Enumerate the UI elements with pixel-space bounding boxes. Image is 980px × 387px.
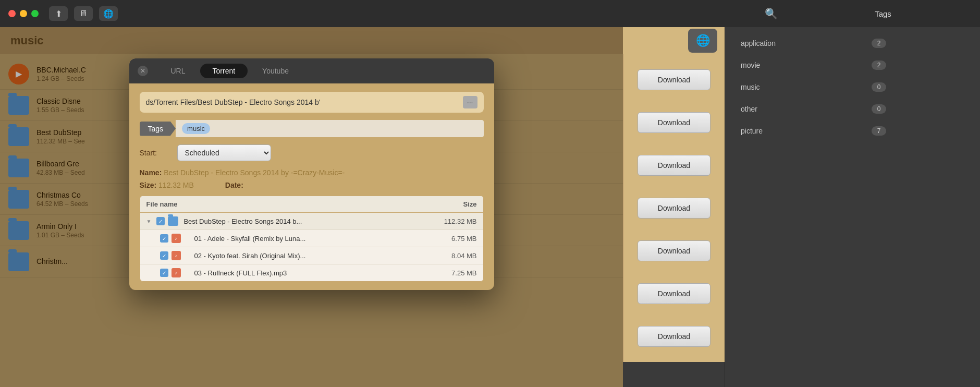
tag-count: 7 (872, 126, 886, 136)
download-button-1[interactable]: Download (638, 69, 710, 90)
modal-body: ··· Tags music Start: Scheduled (129, 83, 494, 290)
download-slot-3: Download (631, 145, 717, 186)
row-filesize: 8.04 MB (425, 252, 477, 260)
modal-overlay: ✕ URL Torrent Youtube ··· (0, 27, 623, 387)
start-select[interactable]: Scheduled Immediately Manually (177, 144, 271, 161)
url-more-button[interactable]: ··· (463, 96, 477, 108)
upload-button[interactable]: ⬆ (49, 6, 68, 21)
browser-icon-area: 🌐 (623, 27, 725, 54)
tags-row: Tags music (140, 120, 484, 137)
col-size-header: Size (425, 200, 477, 208)
tag-item-music[interactable]: music 0 (736, 79, 891, 95)
download-slot-2: Download (631, 102, 717, 143)
tag-badge-music: music (182, 123, 210, 134)
modal-close-button[interactable]: ✕ (138, 66, 148, 76)
search-icon[interactable]: 🔍 (765, 7, 778, 20)
row-filesize: 7.25 MB (425, 269, 477, 277)
tag-count: 2 (872, 61, 886, 70)
row-checkbox[interactable]: ✓ (160, 269, 168, 277)
browser-icon-button[interactable]: 🌐 (688, 29, 717, 53)
download-button-5[interactable]: Download (638, 240, 710, 261)
download-panel: Download Download Download Download Down… (623, 54, 725, 362)
music-icon: ♪ (172, 251, 181, 260)
download-slot-6: Download (631, 273, 717, 314)
download-button-2[interactable]: Download (638, 112, 710, 133)
row-filename: 02 - Kyoto feat. Sirah (Original Mix)... (194, 252, 422, 260)
url-input[interactable] (146, 98, 459, 106)
tag-label: other (741, 105, 866, 113)
expand-icon: ▼ (146, 219, 152, 224)
tag-item-picture[interactable]: picture 7 (736, 123, 891, 139)
download-slot-7: Download (631, 316, 717, 357)
hdd-button[interactable]: 🖥 (74, 6, 93, 21)
tag-label: application (741, 39, 866, 47)
tag-count: 2 (872, 39, 886, 48)
date-item: Date: (225, 181, 243, 189)
globe-button[interactable]: 🌐 (99, 6, 118, 21)
tab-url[interactable]: URL (158, 64, 198, 78)
download-slot-1: Download (631, 59, 717, 100)
download-column: 🌐 Download Download Download Download Do… (623, 27, 725, 387)
maximize-traffic-light[interactable] (31, 10, 39, 17)
minimize-traffic-light[interactable] (20, 10, 27, 17)
titlebar: ⬆ 🖥 🌐 🔍 Tags (0, 0, 980, 27)
download-button-7[interactable]: Download (638, 326, 710, 347)
url-input-row: ··· (140, 92, 484, 113)
tags-arrow-label: Tags (140, 122, 176, 136)
tag-label: music (741, 83, 866, 91)
tags-panel: application 2 movie 2 music 0 other 0 pi… (725, 27, 902, 387)
tab-youtube[interactable]: Youtube (250, 64, 301, 78)
row-filename: 03 - Ruffneck (FULL Flex).mp3 (194, 269, 422, 277)
tag-count: 0 (872, 82, 886, 92)
file-list-panel: music ▶ BBC.Michael.C 1.24 GB – Seeds Cl… (0, 27, 623, 387)
torrent-size: 112.32 MB (158, 181, 194, 189)
main-content: music ▶ BBC.Michael.C 1.24 GB – Seeds Cl… (0, 27, 980, 387)
row-filesize: 6.75 MB (425, 235, 477, 243)
size-date-row: Size: 112.32 MB Date: (140, 181, 484, 189)
row-filesize: 112.32 MB (425, 217, 477, 225)
size-item: Size: 112.32 MB (140, 181, 194, 189)
close-traffic-light[interactable] (8, 10, 16, 17)
music-icon: ♪ (172, 268, 181, 277)
table-row[interactable]: ✓ ♪ 02 - Kyoto feat. Sirah (Original Mix… (140, 247, 483, 264)
start-row: Start: Scheduled Immediately Manually (140, 144, 484, 161)
tag-item-movie[interactable]: movie 2 (736, 57, 891, 73)
tag-count: 0 (872, 104, 886, 114)
torrent-dialog: ✕ URL Torrent Youtube ··· (129, 58, 494, 290)
tab-torrent[interactable]: Torrent (200, 64, 248, 78)
name-row: Name: Best DubStep - Electro Songs 2014 … (140, 168, 484, 177)
torrent-name: Best DubStep - Electro Songs 2014 by -=C… (164, 168, 345, 177)
tag-item-other[interactable]: other 0 (736, 101, 891, 117)
traffic-lights (8, 10, 39, 17)
music-icon: ♪ (172, 234, 181, 243)
row-checkbox[interactable]: ✓ (156, 217, 165, 225)
table-row[interactable]: ✓ ♪ 03 - Ruffneck (FULL Flex).mp3 7.25 M… (140, 264, 483, 281)
tags-title: Tags (794, 9, 972, 18)
tag-label: picture (741, 127, 866, 135)
table-row[interactable]: ▼ ✓ Best DubStep - Electro Songs 2014 b.… (140, 213, 483, 230)
col-name-header: File name (146, 200, 425, 208)
row-filename: 01 - Adele - Skyfall (Remix by Luna... (194, 235, 422, 243)
file-table: File name Size ▼ ✓ Best DubStep - Electr… (140, 196, 484, 282)
start-label: Start: (140, 149, 171, 157)
tab-group: URL Torrent Youtube (158, 64, 301, 78)
download-slot-5: Download (631, 231, 717, 271)
folder-icon (168, 216, 178, 226)
row-filename: Best DubStep - Electro Songs 2014 b... (183, 217, 421, 225)
download-button-6[interactable]: Download (638, 283, 710, 304)
tag-label: movie (741, 61, 866, 69)
download-button-4[interactable]: Download (638, 198, 710, 219)
table-row[interactable]: ✓ ♪ 01 - Adele - Skyfall (Remix by Luna.… (140, 230, 483, 247)
modal-titlebar: ✕ URL Torrent Youtube (129, 58, 494, 83)
download-button-3[interactable]: Download (638, 155, 710, 176)
file-table-header: File name Size (140, 196, 483, 213)
row-checkbox[interactable]: ✓ (160, 234, 168, 243)
tag-item-application[interactable]: application 2 (736, 35, 891, 51)
tags-input-area[interactable]: music (176, 120, 483, 137)
download-slot-4: Download (631, 188, 717, 228)
row-checkbox[interactable]: ✓ (160, 251, 168, 260)
